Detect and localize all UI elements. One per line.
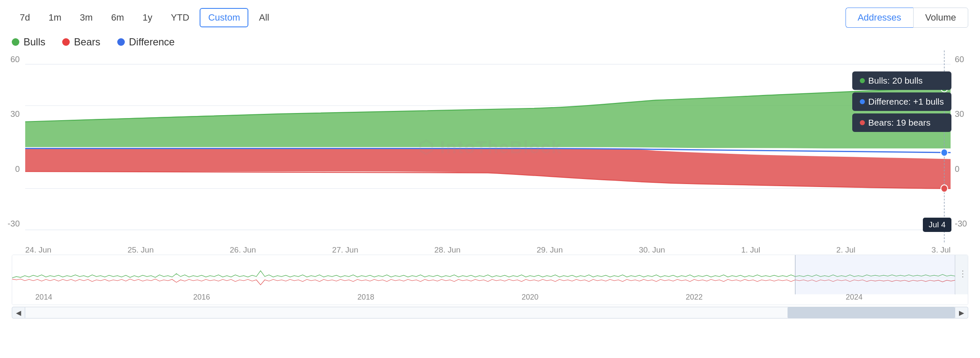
mini-chart[interactable]: 2014 2016 2018 2020 2022 2024 ⋮⋮ [12, 255, 968, 305]
svg-point-8 [941, 185, 948, 192]
tooltip-bulls-text: Bulls: 20 bulls [868, 76, 923, 86]
metric-filter-group: AddressesVolume [846, 8, 968, 28]
x-label-5: 29. Jun [537, 245, 563, 255]
x-label-8: 2. Jul [836, 245, 855, 255]
tooltip-bulls-dot [860, 78, 865, 83]
tooltip-group: Bulls: 20 bulls Difference: +1 bulls Bea… [852, 71, 951, 132]
legend-label-bears: Bears [74, 36, 100, 48]
legend-dot-difference [117, 38, 125, 46]
scroll-left-btn[interactable]: ◀ [12, 307, 25, 319]
legend-label-bulls: Bulls [24, 36, 45, 48]
legend: BullsBearsDifference [0, 32, 980, 50]
x-label-0: 24. Jun [25, 245, 51, 255]
svg-text:2014: 2014 [35, 293, 52, 301]
x-label-3: 27. Jun [332, 245, 358, 255]
time-btn-ytd[interactable]: YTD [163, 8, 197, 27]
time-btn-7d[interactable]: 7d [12, 8, 38, 27]
legend-dot-bulls [12, 38, 19, 46]
legend-item-bulls[interactable]: Bulls [12, 36, 45, 48]
time-btn-custom[interactable]: Custom [200, 8, 248, 27]
time-btn-6m[interactable]: 6m [103, 8, 132, 27]
time-btn-3m[interactable]: 3m [72, 8, 101, 27]
scroll-right-btn[interactable]: ▶ [955, 307, 968, 319]
legend-item-difference[interactable]: Difference [117, 36, 175, 48]
x-label-2: 26. Jun [230, 245, 256, 255]
date-badge: Jul 4 [923, 218, 951, 232]
legend-dot-bears [62, 38, 70, 46]
tooltip-difference: Difference: +1 bulls [852, 92, 951, 111]
y-label-60: 60 [11, 55, 23, 64]
time-btn-1y[interactable]: 1y [134, 8, 160, 27]
metric-btn-addresses[interactable]: Addresses [846, 8, 913, 28]
main-chart-container: 60 30 0 -30 60 30 0 -30 [0, 50, 980, 244]
svg-rect-17 [795, 255, 955, 294]
tooltip-bears-dot [860, 120, 865, 125]
y-label-0: 0 [15, 164, 23, 174]
x-label-4: 28. Jun [435, 245, 461, 255]
y-label-right-0: 0 [955, 164, 963, 174]
tooltip-diff-text: Difference: +1 bulls [868, 97, 944, 107]
scrollbar: ◀ ▶ [12, 307, 968, 319]
tooltip-bulls: Bulls: 20 bulls [852, 71, 951, 90]
time-filter-group: 7d1m3m6m1yYTDCustomAll [12, 8, 277, 27]
y-label-n30: -30 [8, 219, 23, 229]
y-axis-right: 60 30 0 -30 [955, 50, 980, 244]
svg-text:2016: 2016 [193, 293, 210, 301]
y-label-right-n30: -30 [955, 219, 970, 229]
tooltip-bears-text: Bears: 19 bears [868, 118, 930, 128]
y-label-30: 30 [11, 109, 23, 119]
svg-point-7 [941, 149, 948, 156]
svg-text:2020: 2020 [522, 293, 538, 301]
scrollbar-thumb[interactable] [788, 307, 955, 318]
x-label-7: 1. Jul [741, 245, 760, 255]
top-bar: 7d1m3m6m1yYTDCustomAll AddressesVolume [0, 0, 980, 32]
mini-chart-svg: 2014 2016 2018 2020 2022 2024 ⋮⋮ [12, 255, 968, 305]
svg-text:⋮⋮: ⋮⋮ [959, 269, 968, 278]
main-chart-svg [25, 50, 951, 244]
scrollbar-track[interactable] [25, 307, 955, 319]
x-label-6: 30. Jun [639, 245, 665, 255]
svg-text:2022: 2022 [686, 293, 703, 301]
y-label-right-60: 60 [955, 55, 967, 64]
time-btn-1m[interactable]: 1m [40, 8, 69, 27]
x-axis: 24. Jun 25. Jun 26. Jun 27. Jun 28. Jun … [0, 244, 980, 255]
y-label-right-30: 30 [955, 109, 967, 119]
metric-btn-volume[interactable]: Volume [913, 8, 968, 28]
time-btn-all[interactable]: All [251, 8, 277, 27]
legend-label-difference: Difference [129, 36, 175, 48]
x-label-9: 3. Jul [932, 245, 951, 255]
tooltip-bears: Bears: 19 bears [852, 113, 951, 132]
tooltip-diff-dot [860, 99, 865, 104]
y-axis-left: 60 30 0 -30 [0, 50, 23, 244]
svg-text:2018: 2018 [357, 293, 374, 301]
legend-item-bears[interactable]: Bears [62, 36, 100, 48]
x-label-1: 25. Jun [127, 245, 153, 255]
